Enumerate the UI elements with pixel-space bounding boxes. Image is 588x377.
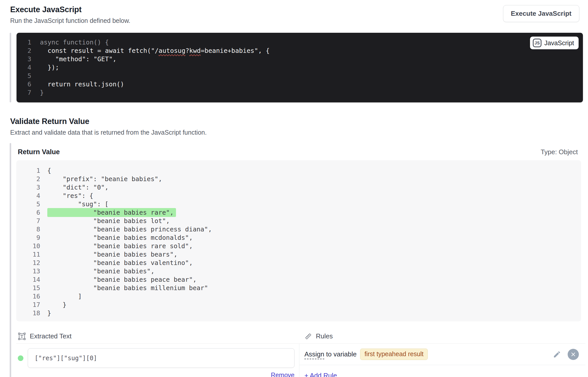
json-line[interactable]: 18} <box>16 309 581 317</box>
code-line[interactable]: 6 return result.json() <box>17 80 583 88</box>
line-number: 7 <box>16 217 40 225</box>
json-line[interactable]: 3 "dict": "0", <box>16 183 581 192</box>
line-number: 1 <box>17 38 31 46</box>
json-line[interactable]: 8 "beanie babies princess diana", <box>16 225 581 233</box>
line-number: 4 <box>16 192 40 200</box>
json-text: "beanie babies mcdonalds", <box>40 233 193 242</box>
json-line[interactable]: 15 "beanie babies millenium bear" <box>16 284 581 292</box>
code-line[interactable]: 4 }); <box>17 63 583 72</box>
line-number: 6 <box>17 80 31 88</box>
rules-header: Rules <box>299 329 585 344</box>
json-line[interactable]: 9 "beanie babies mcdonalds", <box>16 233 581 242</box>
rule-verb: Assign <box>304 350 324 359</box>
return-value-label: Return Value <box>18 148 60 156</box>
json-line[interactable]: 12 "beanie babies valentino", <box>16 259 581 267</box>
javascript-icon: JS <box>533 39 541 47</box>
line-number: 12 <box>16 259 40 267</box>
json-text: "res": { <box>40 192 93 200</box>
line-number: 5 <box>17 72 31 80</box>
pencil-icon <box>553 350 561 358</box>
code-line[interactable]: 1async function() { <box>17 38 583 46</box>
json-line[interactable]: 6 "beanie babies rare", <box>16 208 581 217</box>
remove-link[interactable]: Remove <box>271 371 295 377</box>
line-number: 4 <box>17 63 31 72</box>
card-body: Return Value Type: Object 1{2 "prefix": … <box>16 143 585 377</box>
json-line[interactable]: 11 "beanie babies bears", <box>16 250 581 259</box>
variable-badge: first typeahead result <box>360 349 428 360</box>
json-text: "beanie babies valentino", <box>40 259 193 267</box>
code-section: JS JavaScript 1async function() {2 const… <box>10 33 583 102</box>
language-badge-label: JavaScript <box>544 39 574 47</box>
extraction-path-input[interactable] <box>28 348 295 368</box>
json-line[interactable]: 13 "beanie babies", <box>16 267 581 275</box>
code-line[interactable]: 7} <box>17 88 583 97</box>
line-number: 3 <box>16 183 40 192</box>
json-text: "sug": [ <box>40 200 109 208</box>
line-number: 5 <box>16 200 40 208</box>
json-text: "beanie babies", <box>40 267 154 275</box>
code-text <box>31 72 44 80</box>
json-line[interactable]: 5 "sug": [ <box>16 200 581 208</box>
rule-row: Assign to variable first typeahead resul… <box>299 344 585 365</box>
json-text: { <box>40 166 51 175</box>
rules-column: Rules Assign to variable first typeahead… <box>299 329 585 377</box>
json-text: } <box>40 309 51 317</box>
line-number: 6 <box>16 208 40 217</box>
language-badge: JS JavaScript <box>530 37 579 49</box>
page-subtitle: Run the JavaScript function defined belo… <box>10 17 130 24</box>
line-number: 7 <box>17 88 31 97</box>
return-value-card: Return Value Type: Object 1{2 "prefix": … <box>10 143 585 377</box>
json-text: "beanie babies peace bear", <box>40 275 197 284</box>
line-number: 17 <box>16 301 40 309</box>
ruler-icon <box>304 333 312 340</box>
javascript-code-editor[interactable]: JS JavaScript 1async function() {2 const… <box>17 33 583 102</box>
json-line[interactable]: 7 "beanie babies lot", <box>16 217 581 225</box>
json-text: "beanie babies rare sold", <box>40 242 193 250</box>
page-title: Execute JavaScript <box>10 5 130 14</box>
code-text: return result.json() <box>31 80 124 88</box>
return-value-header: Return Value Type: Object <box>16 143 585 160</box>
edit-rule-button[interactable] <box>553 350 561 358</box>
json-line[interactable]: 1{ <box>16 166 581 175</box>
return-type-label: Type: Object <box>541 148 578 156</box>
selected-json-highlight: "beanie babies rare", <box>47 208 176 217</box>
add-rule-link[interactable]: + Add Rule <box>304 372 337 377</box>
code-line[interactable]: 2 const result = await fetch("/autosug?k… <box>17 46 583 55</box>
json-line[interactable]: 16 ] <box>16 292 581 301</box>
remove-row: Remove <box>18 371 295 377</box>
rule-text: Assign to variable <box>304 350 357 358</box>
json-line[interactable]: 17 } <box>16 301 581 309</box>
json-text: "beanie babies rare", <box>40 208 176 217</box>
json-line[interactable]: 14 "beanie babies peace bear", <box>16 275 581 284</box>
json-text: "prefix": "beanie babies", <box>40 175 162 183</box>
extracted-text-body: Remove <box>16 344 299 377</box>
extracted-text-label: Extracted Text <box>30 332 71 340</box>
extracted-text-header: Extracted Text <box>16 329 299 344</box>
code-line[interactable]: 3 "method": "GET", <box>17 55 583 63</box>
line-number: 16 <box>16 292 40 301</box>
line-number: 1 <box>16 166 40 175</box>
code-text: async function() { <box>31 38 109 46</box>
line-number: 14 <box>16 275 40 284</box>
code-line[interactable]: 5 <box>17 72 583 80</box>
validate-title: Validate Return Value <box>10 117 588 126</box>
line-number: 3 <box>17 55 31 63</box>
rules-label: Rules <box>316 332 333 340</box>
json-result-panel: 1{2 "prefix": "beanie babies",3 "dict": … <box>16 160 581 321</box>
line-number: 2 <box>17 46 31 55</box>
line-number: 13 <box>16 267 40 275</box>
json-text: "beanie babies lot", <box>40 217 170 225</box>
delete-rule-button[interactable] <box>568 349 579 360</box>
json-line[interactable]: 4 "res": { <box>16 192 581 200</box>
json-line[interactable]: 2 "prefix": "beanie babies", <box>16 175 581 183</box>
code-text: }); <box>31 63 59 72</box>
header-text: Execute JavaScript Run the JavaScript fu… <box>10 5 130 24</box>
json-line[interactable]: 10 "beanie babies rare sold", <box>16 242 581 250</box>
line-number: 10 <box>16 242 40 250</box>
code-text: "method": "GET", <box>31 55 116 63</box>
add-rule-row: + Add Rule <box>299 365 585 377</box>
rule-rest: to variable <box>324 350 357 358</box>
execute-javascript-button[interactable]: Execute JavaScript <box>503 5 579 22</box>
json-text: "beanie babies millenium bear" <box>40 284 208 292</box>
line-number: 11 <box>16 250 40 259</box>
